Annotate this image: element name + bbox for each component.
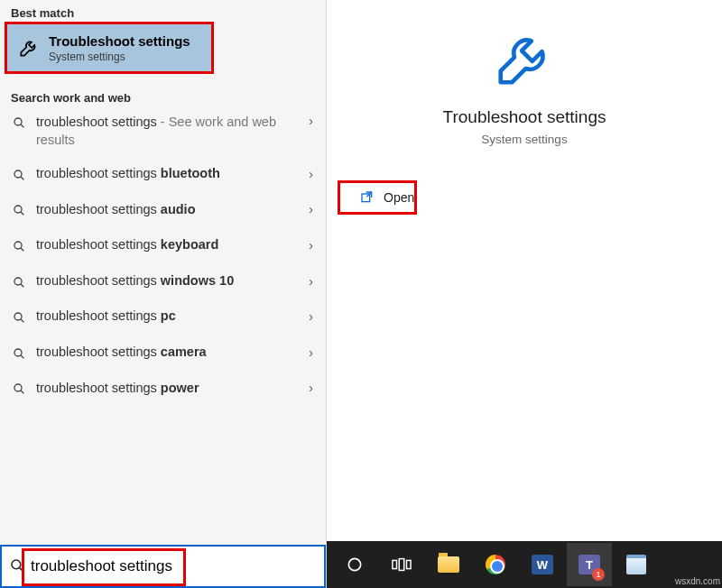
svg-point-2: [14, 170, 22, 178]
cortana-icon[interactable]: [332, 543, 377, 586]
search-icon: [9, 203, 29, 217]
search-icon: [9, 310, 29, 325]
svg-point-12: [14, 349, 22, 356]
suggestion-item[interactable]: troubleshoot settings keyboard›: [0, 227, 326, 263]
chrome-icon[interactable]: [473, 543, 518, 586]
svg-point-14: [14, 384, 22, 391]
search-icon: [9, 168, 29, 182]
taskbar: W T 1: [327, 541, 722, 588]
best-match-result[interactable]: Troubleshoot settings System settings: [5, 22, 214, 74]
suggestion-item[interactable]: troubleshoot settings bluetooth›: [0, 156, 326, 192]
search-icon: [9, 275, 29, 289]
svg-line-9: [21, 284, 23, 287]
search-web-label: Search work and web: [0, 85, 326, 106]
file-explorer-icon[interactable]: [426, 543, 471, 586]
search-results-pane: Best match Troubleshoot settings System …: [0, 0, 327, 588]
watermark: wsxdn.com: [675, 576, 720, 586]
svg-point-4: [14, 206, 22, 213]
suggestion-text: troubleshoot settings - See work and web…: [36, 114, 303, 149]
svg-point-8: [14, 278, 22, 285]
chevron-right-icon: ›: [309, 274, 313, 289]
open-action[interactable]: Open: [338, 180, 417, 215]
search-icon: [9, 239, 29, 253]
search-icon: [9, 346, 29, 361]
svg-line-15: [21, 390, 23, 393]
chevron-right-icon: ›: [309, 202, 313, 216]
suggestion-item[interactable]: troubleshoot settings audio›: [0, 192, 326, 228]
suggestion-text: troubleshoot settings camera: [36, 344, 303, 362]
svg-point-19: [348, 558, 360, 570]
svg-rect-22: [407, 560, 412, 568]
suggestion-item[interactable]: troubleshoot settings - See work and web…: [0, 106, 326, 156]
search-icon: [9, 557, 25, 576]
svg-point-6: [14, 242, 22, 249]
chevron-right-icon: ›: [309, 345, 313, 360]
search-icon: [9, 115, 29, 130]
svg-point-16: [12, 560, 21, 569]
suggestion-text: troubleshoot settings windows 10: [36, 272, 303, 290]
suggestion-list: troubleshoot settings - See work and web…: [0, 106, 326, 545]
chevron-right-icon: ›: [309, 114, 313, 128]
svg-line-1: [21, 124, 23, 127]
svg-point-10: [14, 313, 22, 320]
svg-line-13: [21, 355, 23, 358]
detail-title: Troubleshoot settings: [443, 107, 606, 127]
best-match-label: Best match: [0, 0, 326, 22]
svg-line-7: [21, 248, 23, 251]
best-match-title: Troubleshoot settings: [49, 33, 190, 49]
task-view-icon[interactable]: [379, 543, 424, 586]
svg-line-17: [19, 567, 23, 571]
teams-icon[interactable]: T 1: [567, 543, 612, 586]
svg-line-5: [21, 212, 23, 215]
open-icon: [360, 190, 375, 205]
chevron-right-icon: ›: [309, 309, 313, 324]
suggestion-item[interactable]: troubleshoot settings power›: [0, 371, 326, 407]
chevron-right-icon: ›: [309, 167, 313, 181]
wrench-icon: [493, 27, 556, 93]
open-label: Open: [384, 190, 414, 205]
svg-line-3: [21, 177, 23, 179]
best-match-subtitle: System settings: [49, 51, 190, 63]
suggestion-text: troubleshoot settings bluetooth: [36, 165, 303, 183]
word-icon[interactable]: W: [520, 543, 565, 586]
svg-point-0: [14, 118, 22, 125]
search-input[interactable]: [31, 557, 317, 575]
suggestion-text: troubleshoot settings pc: [36, 308, 303, 326]
search-icon: [9, 381, 29, 396]
svg-line-11: [21, 319, 23, 322]
suggestion-item[interactable]: troubleshoot settings camera›: [0, 335, 326, 371]
detail-subtitle: System settings: [481, 133, 567, 146]
search-box[interactable]: [0, 545, 326, 588]
suggestion-item[interactable]: troubleshoot settings windows 10›: [0, 263, 326, 299]
suggestion-text: troubleshoot settings audio: [36, 201, 303, 219]
chevron-right-icon: ›: [309, 381, 313, 395]
svg-rect-20: [393, 560, 397, 568]
notification-badge: 1: [592, 568, 605, 581]
notepad-icon[interactable]: [614, 543, 659, 586]
svg-rect-21: [399, 559, 404, 571]
suggestion-item[interactable]: troubleshoot settings pc›: [0, 299, 326, 335]
wrench-icon: [16, 35, 42, 60]
suggestion-text: troubleshoot settings keyboard: [36, 236, 303, 254]
suggestion-text: troubleshoot settings power: [36, 380, 303, 398]
chevron-right-icon: ›: [309, 238, 313, 253]
detail-pane: Troubleshoot settings System settings Op…: [327, 0, 722, 588]
